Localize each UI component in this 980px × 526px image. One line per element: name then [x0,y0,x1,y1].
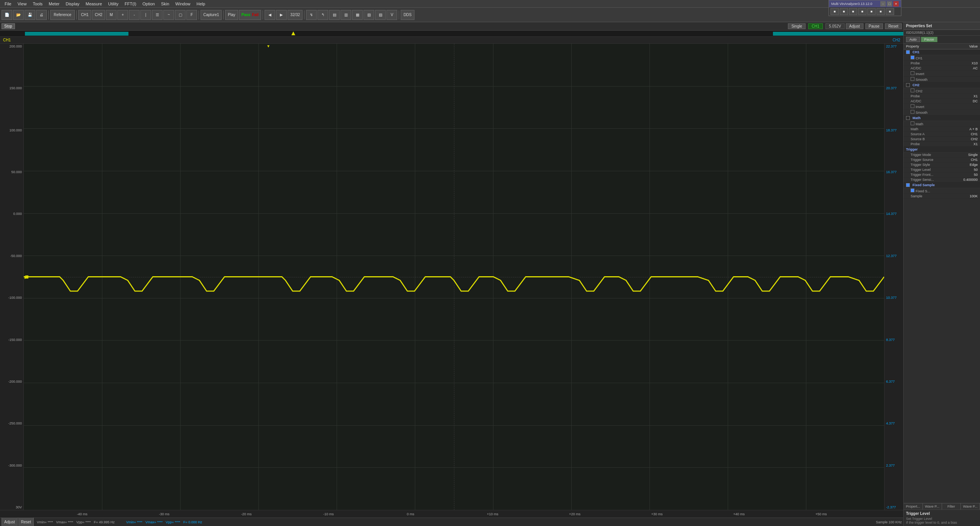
math-toggle[interactable]: M [106,10,117,20]
sw-btn-5[interactable]: ■ [867,8,876,15]
ch1-enable-check[interactable] [911,56,914,59]
scope-mode4[interactable]: ▧ [363,10,374,20]
print-button[interactable]: 🖨 [36,10,47,20]
pause-button-right[interactable]: Pause [921,37,938,42]
adjust-button[interactable]: Adjust [846,23,863,29]
ch1-invert-check[interactable] [911,71,914,75]
ch1-smooth-check[interactable] [911,77,914,81]
math-section-check[interactable] [906,116,910,120]
second-window-close[interactable]: × [893,1,899,7]
menu-option[interactable]: Option [140,2,158,6]
y-right-1: 20.377 [886,86,897,90]
bottom-adjust-button[interactable]: Adjust [2,517,18,526]
trigger-btn2[interactable]: ↰ [317,10,328,20]
second-window-min[interactable]: - [880,1,886,7]
dds-button[interactable]: DDS [401,10,414,20]
ch1-section-check[interactable] [906,50,910,54]
right-panel: Properties Set ISDS205B(1.1)(2) Auto Pau… [903,22,980,526]
new-button[interactable]: 📄 [2,10,12,20]
fft-btn[interactable]: F [186,10,197,20]
zoom-out[interactable]: - [129,10,140,20]
open-button[interactable]: 📂 [13,10,24,20]
math-enable-check[interactable] [911,121,914,125]
prop-row-invert2: Invert [904,104,980,110]
tab-wave-p1[interactable]: Wave P... [923,503,942,510]
fixed-s-check[interactable] [911,188,914,192]
scope-canvas[interactable]: ▶ [24,44,884,510]
sw-btn-3[interactable]: ■ [849,8,857,15]
menu-view[interactable]: View [15,2,30,6]
time-axis: -40 ms -30 ms -20 ms -10 ms 0 ms +10 ms … [0,510,903,518]
play-button[interactable]: Play [225,10,238,20]
reference-button[interactable]: Reference [50,10,75,20]
sw-btn-2[interactable]: ■ [840,8,848,15]
trigger-btn1[interactable]: ↯ [306,10,317,20]
wave-btn[interactable]: ~ [163,10,174,20]
ch2-smooth-check[interactable] [911,110,914,114]
prop-row-trig-mode: Trigger Mode Single [904,152,980,157]
y-label-1: 150.000 [9,86,22,90]
section-trigger-label: Trigger [906,147,918,151]
y-axis-left: 200.000 150.000 100.000 50.000 0.000 -50… [0,44,24,510]
menu-measure[interactable]: Measure [82,2,105,6]
reset-button[interactable]: Reset [885,23,902,29]
single-button[interactable]: Single [788,23,806,29]
tab-filter[interactable]: Filter [942,503,961,510]
section-ch1-label: CH1 [913,50,919,54]
y-label-10: -300.000 [8,464,22,467]
capture-button[interactable]: Capture 1 [201,10,222,20]
menu-skin[interactable]: Skin [158,2,172,6]
passfail-button[interactable]: Pass Fail [239,10,261,20]
prop-row-math-op: Math A + B [904,127,980,132]
auto-pause-row: Auto Pause [904,36,980,44]
sw-btn-1[interactable]: ■ [830,8,839,15]
prev-capture[interactable]: ◀ [265,10,275,20]
fixed-sample-section-check[interactable] [906,183,910,187]
zoom-in[interactable]: + [117,10,128,20]
scope-mode5[interactable]: ▨ [375,10,386,20]
ch1-toggle[interactable]: CH1 [78,10,91,20]
time-label-5: +10 ms [487,512,498,516]
prop-row-math-probe: Probe X1 [904,142,980,147]
scope-mode2[interactable]: ▥ [340,10,351,20]
menu-help[interactable]: Help [193,2,208,6]
trigger-hint-line2: If the trigger level to 0, and a bias [906,521,978,524]
bottom-reset-button[interactable]: Reset [18,517,34,526]
menu-meter[interactable]: Meter [46,2,62,6]
save-button[interactable]: 💾 [25,10,35,20]
stop-button[interactable]: Stop [2,23,15,29]
ch2-invert-check[interactable] [911,104,914,108]
menu-fft[interactable]: FFT(I) [122,2,140,6]
auto-button[interactable]: Auto [906,37,920,42]
sw-btn-7[interactable]: ■ [886,8,894,15]
properties-set-title: Properties Set [904,22,980,30]
menu-file[interactable]: File [2,2,15,6]
y-label-3: 50.000 [11,170,22,174]
menu-tools[interactable]: Tools [30,2,46,6]
cursor-btn[interactable]: | [140,10,151,20]
ch2-enable-check[interactable] [911,88,914,92]
scope-mode3[interactable]: ▦ [352,10,363,20]
sw-btn-4[interactable]: ■ [858,8,867,15]
ch2-invert-val [955,104,978,109]
source-a-val: CH1 [955,132,978,136]
scope-btn[interactable]: ▢ [175,10,186,20]
pause-button[interactable]: Pause [865,23,883,29]
scope-vin[interactable]: V [386,10,397,20]
prop-row-sample: Sample 100K [904,194,980,199]
freq2: F= 0.000 Hz [183,520,202,524]
ch2-section-check[interactable] [906,83,910,87]
tab-property[interactable]: Propert... [904,503,923,510]
menu-display[interactable]: Display [62,2,82,6]
scope-mode1[interactable]: ▤ [329,10,340,20]
vmin1: Vmin= **** [37,520,53,524]
sw-btn-6[interactable]: ■ [876,8,885,15]
next-capture[interactable]: ▶ [276,10,287,20]
menu-window[interactable]: Window [172,2,193,6]
y-label-9: -250.000 [8,421,22,425]
second-window-max[interactable]: □ [887,1,892,7]
ch2-toggle[interactable]: CH2 [92,10,105,20]
menu-utility[interactable]: Utility [105,2,122,6]
measure-btn[interactable]: ☰ [152,10,163,20]
tab-wave-p2[interactable]: Wave P... [961,503,980,510]
